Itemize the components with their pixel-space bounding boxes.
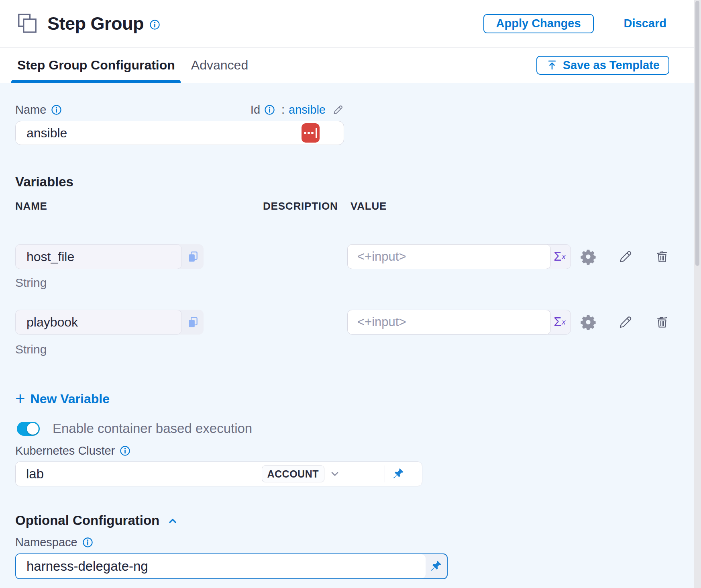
- new-variable-label: New Variable: [31, 392, 110, 406]
- chevron-up-icon[interactable]: [167, 515, 179, 527]
- edit-id-icon[interactable]: [332, 104, 344, 116]
- id-value[interactable]: ansible: [289, 103, 326, 116]
- discard-button[interactable]: Discard: [624, 17, 666, 30]
- enable-container-label: Enable container based execution: [53, 421, 252, 436]
- drawer-header: Step Group Apply Changes Discard: [0, 0, 701, 47]
- namespace-value: harness-delegate-ng: [26, 559, 148, 574]
- save-as-template-button[interactable]: Save as Template: [536, 56, 669, 75]
- input-suffix-divider: [385, 466, 385, 482]
- copy-icon[interactable]: [182, 244, 204, 269]
- id-separator: :: [281, 103, 285, 116]
- name-label: Name: [15, 103, 46, 116]
- variable-name-value: playbook: [26, 315, 78, 330]
- namespace-input[interactable]: harness-delegate-ng: [15, 553, 448, 579]
- container-execution-row: Enable container based execution: [15, 421, 701, 436]
- column-description: DESCRIPTION: [263, 201, 350, 211]
- name-id-row: Name Id : ansible: [15, 104, 344, 116]
- id-group: Id : ansible: [251, 103, 344, 116]
- page-title: Step Group: [47, 13, 144, 34]
- step-group-form: Name Id : ansible: [0, 104, 701, 579]
- name-value: ansible: [26, 126, 67, 141]
- step-group-icon: [18, 13, 37, 34]
- pin-icon[interactable]: [429, 559, 442, 573]
- tab-bar: Step Group Configuration Advanced Save a…: [0, 47, 701, 83]
- settings-icon[interactable]: [580, 248, 597, 265]
- enable-container-toggle[interactable]: [17, 422, 40, 436]
- delete-icon[interactable]: [654, 248, 670, 265]
- variable-type: String: [15, 277, 701, 289]
- variable-value-field[interactable]: <+input> Σx: [347, 310, 571, 335]
- copy-icon[interactable]: [182, 310, 204, 335]
- toggle-knob: [27, 423, 39, 435]
- apply-changes-button[interactable]: Apply Changes: [483, 14, 594, 33]
- kubernetes-cluster-value: lab: [26, 466, 44, 482]
- namespace-label-group: Namespace: [15, 537, 701, 547]
- pin-icon[interactable]: [391, 467, 405, 481]
- info-icon[interactable]: [51, 104, 62, 115]
- info-icon[interactable]: [120, 445, 130, 456]
- optional-configuration-header[interactable]: Optional Configuration: [15, 514, 701, 527]
- delete-icon[interactable]: [654, 314, 670, 331]
- variable-name-value: host_file: [26, 249, 74, 264]
- tab-advanced[interactable]: Advanced: [191, 47, 248, 83]
- variable-type: String: [15, 343, 701, 355]
- name-input[interactable]: ansible: [15, 121, 344, 145]
- variable-row-playbook: playbook <+input> Σx: [15, 310, 701, 335]
- column-name: NAME: [15, 201, 263, 211]
- new-variable-button[interactable]: + New Variable: [15, 392, 120, 406]
- divider: [15, 369, 683, 369]
- step-group-drawer: Step Group Apply Changes Discard Step Gr…: [0, 0, 701, 588]
- variable-name-field[interactable]: playbook: [15, 310, 204, 335]
- kubernetes-cluster-label-group: Kubernetes Cluster: [15, 445, 701, 456]
- plus-icon: +: [15, 392, 25, 406]
- variable-name-field[interactable]: host_file: [15, 244, 204, 269]
- id-label: Id: [251, 103, 260, 116]
- variable-row-host-file: host_file <+input> Σx: [15, 244, 701, 269]
- edit-icon[interactable]: [617, 248, 634, 265]
- scrollbar-thumb[interactable]: [695, 1, 699, 266]
- info-icon[interactable]: [82, 537, 93, 548]
- edit-icon[interactable]: [617, 314, 634, 331]
- variables-title: Variables: [15, 175, 701, 188]
- chevron-down-icon[interactable]: [329, 468, 341, 480]
- scope-badge: ACCOUNT: [262, 466, 325, 482]
- info-icon[interactable]: [264, 104, 275, 115]
- optional-configuration-title: Optional Configuration: [15, 513, 159, 528]
- save-as-template-label: Save as Template: [563, 59, 660, 72]
- tab-label: Advanced: [191, 58, 248, 73]
- upload-icon: [546, 59, 558, 71]
- value-placeholder: <+input>: [357, 249, 406, 264]
- name-label-group: Name: [15, 103, 62, 116]
- expression-icon[interactable]: Σx: [549, 310, 571, 334]
- divider: [15, 223, 683, 223]
- expression-icon[interactable]: Σx: [549, 245, 571, 269]
- password-manager-autofill-icon[interactable]: [302, 123, 320, 143]
- column-value: VALUE: [350, 201, 387, 211]
- namespace-label: Namespace: [15, 536, 77, 549]
- vertical-scrollbar[interactable]: [694, 0, 701, 588]
- variable-value-field[interactable]: <+input> Σx: [347, 244, 571, 269]
- tab-step-group-configuration[interactable]: Step Group Configuration: [17, 47, 175, 83]
- value-placeholder: <+input>: [357, 315, 406, 329]
- info-icon[interactable]: [149, 19, 160, 30]
- variables-table-header: NAME DESCRIPTION VALUE: [15, 201, 701, 211]
- kubernetes-cluster-input[interactable]: lab ACCOUNT: [15, 461, 422, 486]
- settings-icon[interactable]: [580, 314, 597, 331]
- active-tab-underline: [11, 80, 181, 83]
- kubernetes-cluster-label: Kubernetes Cluster: [15, 444, 115, 457]
- tab-label: Step Group Configuration: [17, 58, 175, 73]
